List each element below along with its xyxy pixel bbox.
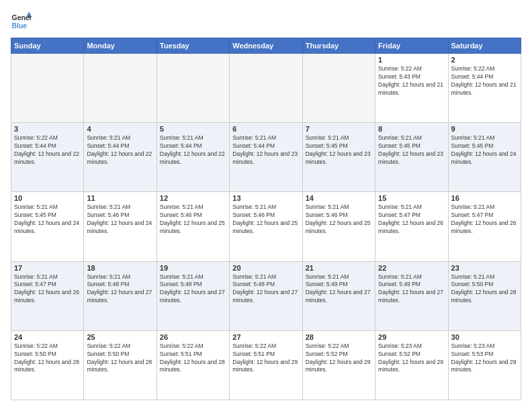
weekday-header-sunday: Sunday xyxy=(11,38,84,54)
day-info: Sunrise: 5:21 AMSunset: 5:48 PMDaylight:… xyxy=(87,273,153,306)
day-info: Sunrise: 5:21 AMSunset: 5:47 PMDaylight:… xyxy=(451,203,518,236)
day-number: 14 xyxy=(306,194,372,202)
day-cell: 27Sunrise: 5:22 AMSunset: 5:51 PMDayligh… xyxy=(230,330,302,400)
day-cell: 25Sunrise: 5:22 AMSunset: 5:50 PMDayligh… xyxy=(84,330,157,400)
day-number: 6 xyxy=(232,125,299,133)
day-cell: 3Sunrise: 5:22 AMSunset: 5:44 PMDaylight… xyxy=(11,123,84,192)
day-number: 26 xyxy=(160,333,226,341)
day-number: 29 xyxy=(378,333,445,341)
day-cell: 13Sunrise: 5:21 AMSunset: 5:46 PMDayligh… xyxy=(230,192,302,261)
day-info: Sunrise: 5:21 AMSunset: 5:50 PMDaylight:… xyxy=(451,273,518,306)
day-info: Sunrise: 5:21 AMSunset: 5:44 PMDaylight:… xyxy=(160,134,226,167)
day-number: 7 xyxy=(306,125,372,133)
day-number: 28 xyxy=(306,333,372,341)
day-number: 24 xyxy=(14,333,81,341)
day-number: 30 xyxy=(451,333,518,341)
day-info: Sunrise: 5:21 AMSunset: 5:45 PMDaylight:… xyxy=(14,203,81,236)
day-number: 22 xyxy=(378,264,445,272)
day-number: 12 xyxy=(160,194,226,202)
day-info: Sunrise: 5:23 AMSunset: 5:53 PMDaylight:… xyxy=(451,342,518,375)
day-info: Sunrise: 5:21 AMSunset: 5:46 PMDaylight:… xyxy=(306,203,372,236)
day-cell: 8Sunrise: 5:21 AMSunset: 5:45 PMDaylight… xyxy=(375,123,448,192)
day-cell xyxy=(157,54,229,123)
weekday-header-wednesday: Wednesday xyxy=(230,38,302,54)
day-info: Sunrise: 5:21 AMSunset: 5:44 PMDaylight:… xyxy=(232,134,299,167)
day-info: Sunrise: 5:22 AMSunset: 5:50 PMDaylight:… xyxy=(87,342,153,375)
week-row-3: 10Sunrise: 5:21 AMSunset: 5:45 PMDayligh… xyxy=(11,192,521,261)
day-cell: 19Sunrise: 5:21 AMSunset: 5:48 PMDayligh… xyxy=(157,261,229,330)
day-number: 11 xyxy=(87,194,153,202)
day-cell xyxy=(84,54,157,123)
week-row-1: 1Sunrise: 5:22 AMSunset: 5:43 PMDaylight… xyxy=(11,54,521,123)
day-cell: 17Sunrise: 5:21 AMSunset: 5:47 PMDayligh… xyxy=(11,261,84,330)
day-cell: 1Sunrise: 5:22 AMSunset: 5:43 PMDaylight… xyxy=(375,54,448,123)
day-info: Sunrise: 5:21 AMSunset: 5:46 PMDaylight:… xyxy=(232,203,299,236)
day-cell: 23Sunrise: 5:21 AMSunset: 5:50 PMDayligh… xyxy=(448,261,521,330)
day-cell: 11Sunrise: 5:21 AMSunset: 5:46 PMDayligh… xyxy=(84,192,157,261)
day-cell: 4Sunrise: 5:21 AMSunset: 5:44 PMDaylight… xyxy=(84,123,157,192)
day-info: Sunrise: 5:22 AMSunset: 5:44 PMDaylight:… xyxy=(14,134,81,167)
day-info: Sunrise: 5:21 AMSunset: 5:48 PMDaylight:… xyxy=(232,273,299,306)
day-cell: 10Sunrise: 5:21 AMSunset: 5:45 PMDayligh… xyxy=(11,192,84,261)
day-number: 2 xyxy=(451,56,518,64)
logo-icon: General Blue xyxy=(11,11,32,32)
day-number: 17 xyxy=(14,264,81,272)
day-number: 9 xyxy=(451,125,518,133)
day-info: Sunrise: 5:22 AMSunset: 5:44 PMDaylight:… xyxy=(451,65,518,97)
day-cell: 16Sunrise: 5:21 AMSunset: 5:47 PMDayligh… xyxy=(448,192,521,261)
calendar-table: SundayMondayTuesdayWednesdayThursdayFrid… xyxy=(11,38,521,400)
day-number: 4 xyxy=(87,125,153,133)
weekday-header-tuesday: Tuesday xyxy=(157,38,229,54)
weekday-header-row: SundayMondayTuesdayWednesdayThursdayFrid… xyxy=(11,38,521,54)
week-row-4: 17Sunrise: 5:21 AMSunset: 5:47 PMDayligh… xyxy=(11,261,521,330)
day-cell: 9Sunrise: 5:21 AMSunset: 5:45 PMDaylight… xyxy=(448,123,521,192)
day-cell: 28Sunrise: 5:22 AMSunset: 5:52 PMDayligh… xyxy=(302,330,375,400)
day-info: Sunrise: 5:22 AMSunset: 5:51 PMDaylight:… xyxy=(160,342,226,375)
day-cell: 6Sunrise: 5:21 AMSunset: 5:44 PMDaylight… xyxy=(230,123,302,192)
day-info: Sunrise: 5:21 AMSunset: 5:47 PMDaylight:… xyxy=(14,273,81,306)
day-cell: 29Sunrise: 5:23 AMSunset: 5:52 PMDayligh… xyxy=(375,330,448,400)
day-info: Sunrise: 5:21 AMSunset: 5:45 PMDaylight:… xyxy=(378,134,445,167)
day-cell: 24Sunrise: 5:22 AMSunset: 5:50 PMDayligh… xyxy=(11,330,84,400)
day-info: Sunrise: 5:21 AMSunset: 5:45 PMDaylight:… xyxy=(451,134,518,167)
day-number: 3 xyxy=(14,125,81,133)
day-info: Sunrise: 5:22 AMSunset: 5:50 PMDaylight:… xyxy=(14,342,81,375)
day-info: Sunrise: 5:21 AMSunset: 5:49 PMDaylight:… xyxy=(306,273,372,306)
day-cell: 12Sunrise: 5:21 AMSunset: 5:46 PMDayligh… xyxy=(157,192,229,261)
day-cell: 15Sunrise: 5:21 AMSunset: 5:47 PMDayligh… xyxy=(375,192,448,261)
day-cell: 5Sunrise: 5:21 AMSunset: 5:44 PMDaylight… xyxy=(157,123,229,192)
day-info: Sunrise: 5:21 AMSunset: 5:48 PMDaylight:… xyxy=(160,273,226,306)
logo: General Blue xyxy=(11,11,32,32)
day-number: 25 xyxy=(87,333,153,341)
weekday-header-monday: Monday xyxy=(84,38,157,54)
weekday-header-friday: Friday xyxy=(375,38,448,54)
day-info: Sunrise: 5:21 AMSunset: 5:45 PMDaylight:… xyxy=(306,134,372,167)
header: General Blue xyxy=(11,11,521,32)
day-cell: 18Sunrise: 5:21 AMSunset: 5:48 PMDayligh… xyxy=(84,261,157,330)
day-cell: 14Sunrise: 5:21 AMSunset: 5:46 PMDayligh… xyxy=(302,192,375,261)
day-info: Sunrise: 5:22 AMSunset: 5:43 PMDaylight:… xyxy=(378,65,445,97)
day-number: 21 xyxy=(306,264,372,272)
week-row-5: 24Sunrise: 5:22 AMSunset: 5:50 PMDayligh… xyxy=(11,330,521,400)
day-info: Sunrise: 5:21 AMSunset: 5:46 PMDaylight:… xyxy=(87,203,153,236)
day-number: 16 xyxy=(451,194,518,202)
day-cell: 7Sunrise: 5:21 AMSunset: 5:45 PMDaylight… xyxy=(302,123,375,192)
day-cell: 22Sunrise: 5:21 AMSunset: 5:49 PMDayligh… xyxy=(375,261,448,330)
day-cell: 26Sunrise: 5:22 AMSunset: 5:51 PMDayligh… xyxy=(157,330,229,400)
day-info: Sunrise: 5:21 AMSunset: 5:49 PMDaylight:… xyxy=(378,273,445,306)
day-number: 8 xyxy=(378,125,445,133)
day-info: Sunrise: 5:21 AMSunset: 5:47 PMDaylight:… xyxy=(378,203,445,236)
day-cell xyxy=(11,54,84,123)
day-number: 27 xyxy=(232,333,299,341)
day-cell xyxy=(302,54,375,123)
svg-marker-2 xyxy=(27,12,31,15)
day-number: 23 xyxy=(451,264,518,272)
day-info: Sunrise: 5:23 AMSunset: 5:52 PMDaylight:… xyxy=(378,342,445,375)
day-number: 20 xyxy=(232,264,299,272)
day-number: 18 xyxy=(87,264,153,272)
weekday-header-saturday: Saturday xyxy=(448,38,521,54)
day-number: 10 xyxy=(14,194,81,202)
day-cell xyxy=(230,54,302,123)
day-number: 15 xyxy=(378,194,445,202)
day-cell: 30Sunrise: 5:23 AMSunset: 5:53 PMDayligh… xyxy=(448,330,521,400)
